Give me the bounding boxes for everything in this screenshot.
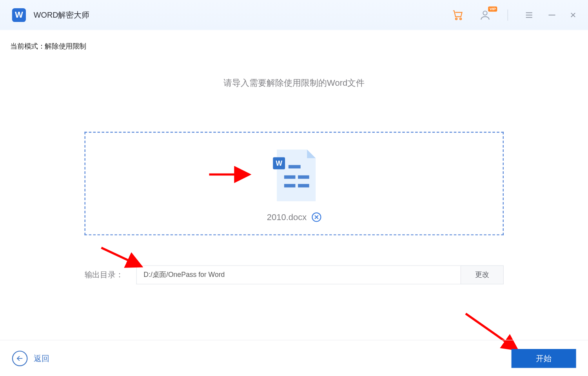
svg-point-1: [460, 18, 461, 20]
vip-badge: VIP: [488, 6, 497, 11]
output-directory-row: 输出目录： 更改: [85, 266, 504, 284]
remove-file-button[interactable]: [312, 212, 321, 222]
file-dropzone[interactable]: W 2010.docx: [85, 132, 504, 235]
cart-icon[interactable]: [452, 8, 465, 21]
svg-rect-11: [284, 184, 296, 187]
minimize-button[interactable]: [548, 14, 555, 15]
back-button[interactable]: 返回: [12, 351, 49, 366]
start-button[interactable]: 开始: [512, 349, 576, 367]
app-logo-icon: W: [12, 8, 26, 22]
title-bar: W WORD解密大师 VIP: [0, 0, 588, 30]
menu-icon[interactable]: [524, 10, 534, 20]
user-icon[interactable]: VIP: [479, 9, 491, 21]
back-arrow-icon: [12, 351, 28, 366]
svg-text:W: W: [276, 159, 282, 167]
output-directory-label: 输出目录：: [85, 270, 123, 280]
svg-rect-9: [284, 175, 296, 179]
svg-rect-12: [298, 184, 309, 187]
instruction-text: 请导入需要解除使用限制的Word文件: [0, 77, 588, 89]
footer-bar: 返回 开始: [0, 340, 588, 376]
app-logo-letter: W: [15, 10, 23, 20]
output-directory-input[interactable]: [136, 266, 461, 284]
titlebar-divider: [508, 9, 508, 21]
mode-label: 当前模式：解除使用限制: [0, 30, 588, 51]
svg-line-16: [102, 248, 140, 266]
svg-rect-10: [298, 175, 309, 179]
back-button-label: 返回: [34, 353, 49, 363]
mode-value: 解除使用限制: [45, 43, 86, 50]
close-button[interactable]: ×: [570, 10, 576, 20]
svg-rect-8: [289, 165, 301, 168]
loaded-file-name: 2010.docx: [267, 212, 307, 222]
svg-point-0: [456, 18, 457, 20]
mode-prefix: 当前模式：: [10, 43, 45, 50]
svg-point-2: [483, 11, 487, 15]
word-file-icon: W: [262, 145, 327, 205]
app-title: WORD解密大师: [34, 10, 89, 20]
change-directory-button[interactable]: 更改: [461, 266, 504, 284]
